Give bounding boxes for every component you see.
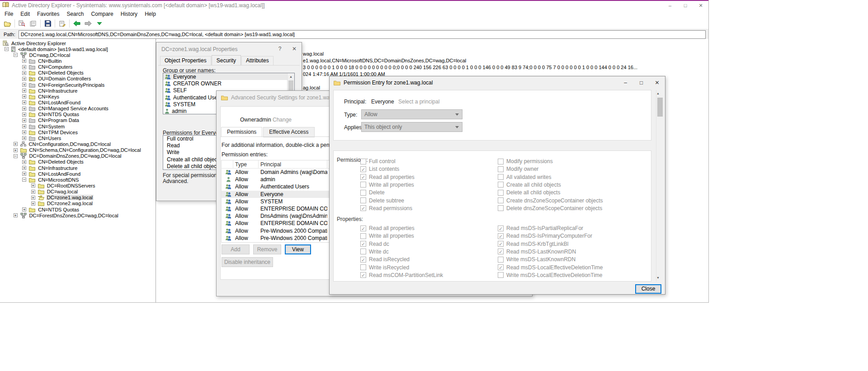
applies-to-dropdown[interactable]: This object only	[361, 122, 462, 132]
close-icon[interactable]: ✕	[287, 42, 302, 56]
tree-item[interactable]: +CN=NTDS Quotas	[0, 112, 156, 117]
tree-expander-icon[interactable]: +	[22, 118, 26, 122]
checkbox-unchecked[interactable]	[498, 190, 504, 196]
menu-item-file[interactable]: File	[1, 11, 17, 17]
tree-item[interactable]: +CN=Keys	[0, 94, 156, 99]
tree-item-label[interactable]: CN=NTDS Quotas	[37, 207, 80, 212]
tree-expander-icon[interactable]: +	[22, 94, 26, 99]
tree-item-label[interactable]: CN=Infrastructure	[37, 88, 78, 94]
column-principal[interactable]: Principal	[259, 160, 327, 168]
tree-expander-icon[interactable]: +	[22, 59, 26, 63]
tree-item-label[interactable]: CN=Deleted Objects	[37, 159, 85, 164]
tree-expander-icon[interactable]: +	[14, 148, 18, 152]
tree-expander-icon[interactable]: +	[22, 107, 26, 111]
maximize-button[interactable]: □	[678, 1, 693, 10]
checkbox-checked[interactable]: ✓	[498, 225, 504, 231]
tree-item[interactable]: +CN=Computers	[0, 64, 156, 70]
tree-item[interactable]: +CN=Deleted Objects	[0, 159, 156, 165]
scroll-thumb[interactable]	[657, 98, 663, 117]
checkbox-unchecked[interactable]	[498, 197, 504, 203]
tree-item-label[interactable]: CN=Configuration,DC=wag,DC=local	[28, 141, 112, 147]
dialog-scrollbar[interactable]: ▲ ▼	[656, 90, 664, 282]
scroll-down-icon[interactable]: ▼	[656, 274, 664, 282]
tree-item[interactable]: −CN=MicrosoftDNS	[0, 177, 156, 183]
tree-expander-icon[interactable]: +	[22, 113, 26, 117]
close-button[interactable]: Close	[635, 284, 661, 294]
checkbox-unchecked[interactable]	[360, 233, 366, 239]
tree-expander-icon[interactable]: +	[22, 136, 26, 140]
tree-item[interactable]: +CN=Builtin	[0, 58, 156, 64]
tree-item-label[interactable]: DC=wag,DC=local	[28, 52, 71, 58]
checkbox-unchecked[interactable]	[498, 272, 504, 278]
checkbox-unchecked[interactable]	[360, 182, 366, 188]
tree-expander-icon[interactable]: +	[22, 124, 26, 128]
tab-effective-access[interactable]: Effective Access	[263, 127, 314, 137]
tree-item-label[interactable]: <default domain> [ws19-wad1.wag.local]	[17, 47, 109, 52]
tree-item-label[interactable]: DC=zone1.wag.local	[46, 195, 94, 200]
tree-item[interactable]: +CN=Users	[0, 135, 156, 141]
minimize-button[interactable]: –	[618, 76, 633, 89]
tree-item-label[interactable]: CN=MicrosoftDNS	[37, 177, 80, 183]
tree-item-label[interactable]: DC=wag.local	[46, 189, 79, 194]
tree-expander-icon[interactable]: +	[14, 142, 18, 146]
select-principal-link[interactable]: Select a principal	[398, 99, 439, 105]
tree-expander-icon[interactable]: +	[22, 89, 26, 93]
tree-expander-icon[interactable]: +	[22, 130, 26, 134]
checkbox-unchecked[interactable]	[498, 182, 504, 188]
tree-item[interactable]: +CN=NTDS Quotas	[0, 207, 156, 212]
menu-item-favorites[interactable]: Favorites	[33, 11, 63, 17]
tree-item-label[interactable]: CN=LostAndFound	[37, 100, 81, 105]
tree-item-label[interactable]: CN=System	[37, 124, 66, 129]
tree-item-label[interactable]: CN=ForeignSecurityPrincipals	[37, 82, 105, 88]
group-list-item[interactable]: Everyone	[163, 73, 294, 80]
tree-item-label[interactable]: CN=TPM Devices	[37, 130, 79, 135]
tree-expander-icon[interactable]: +	[22, 172, 26, 176]
menu-item-search[interactable]: Search	[63, 11, 87, 17]
tree-expander-icon[interactable]: −	[14, 53, 18, 57]
tree-item-label[interactable]: Active Directory Explorer	[10, 41, 67, 46]
tree-item-label[interactable]: DC=ForestDnsZones,DC=wag,DC=local	[28, 213, 119, 218]
tree-item-label[interactable]: CN=LostAndFound	[37, 171, 81, 177]
tree-expander-icon[interactable]: +	[22, 207, 26, 211]
tree-expander-icon[interactable]: +	[22, 166, 26, 170]
menu-item-history[interactable]: History	[117, 11, 141, 17]
tree-item[interactable]: +CN=Schema,CN=Configuration,DC=wag,DC=lo…	[0, 147, 156, 153]
menu-item-edit[interactable]: Edit	[17, 11, 33, 17]
object-view-icon[interactable]	[28, 19, 39, 28]
help-button[interactable]: ?	[273, 42, 287, 56]
forward-arrow-icon[interactable]	[82, 19, 94, 28]
tree-item-label[interactable]: CN=Deleted Objects	[37, 70, 85, 75]
tree-item[interactable]: +DC=ForestDnsZones,DC=wag,DC=local	[0, 212, 156, 218]
checkbox-checked[interactable]: ✓	[360, 225, 366, 231]
tree-item[interactable]: +CN=Managed Service Accounts	[0, 106, 156, 112]
checkbox-checked[interactable]: ✓	[360, 174, 366, 180]
properties-icon[interactable]	[57, 19, 68, 28]
checkbox-checked[interactable]: ✓	[498, 241, 504, 247]
tree-item-label[interactable]: CN=Program Data	[37, 117, 80, 123]
tree-expander-icon[interactable]: +	[22, 83, 26, 87]
column-type[interactable]: Type	[233, 160, 259, 168]
history-dropdown-icon[interactable]	[94, 19, 105, 28]
tree-item[interactable]: +DC=zone2.wag.local	[0, 201, 156, 207]
tree-item[interactable]: +CN=Program Data	[0, 117, 156, 123]
tab-object-properties[interactable]: Object Properties	[160, 56, 211, 65]
close-button[interactable]: ✕	[693, 1, 708, 10]
menu-item-help[interactable]: Help	[141, 11, 160, 17]
change-owner-link[interactable]: Change	[273, 117, 292, 123]
tree-item[interactable]: +DC=RootDNSServers	[0, 183, 156, 188]
checkbox-unchecked[interactable]	[360, 159, 366, 164]
open-folder-icon[interactable]	[2, 19, 13, 28]
tree-item[interactable]: +CN=Infrastructure	[0, 88, 156, 94]
tree-expander-icon[interactable]: −	[22, 178, 26, 182]
tree-item-label[interactable]: CN=NTDS Quotas	[37, 112, 80, 117]
checkbox-checked[interactable]: ✓	[360, 205, 366, 211]
checkbox-checked[interactable]: ✓	[360, 166, 366, 172]
tree-item-label[interactable]: CN=Managed Service Accounts	[37, 106, 109, 111]
save-icon[interactable]	[42, 19, 53, 28]
tree-item[interactable]: +DC=zone1.wag.local	[0, 195, 156, 201]
tree-item-label[interactable]: DC=zone2.wag.local	[46, 201, 94, 206]
tree-expander-icon[interactable]: +	[22, 100, 26, 104]
tree-item[interactable]: +CN=LostAndFound	[0, 171, 156, 177]
tree-item[interactable]: −<default domain> [ws19-wad1.wag.local]	[0, 46, 156, 52]
type-dropdown[interactable]: Allow	[361, 109, 462, 119]
